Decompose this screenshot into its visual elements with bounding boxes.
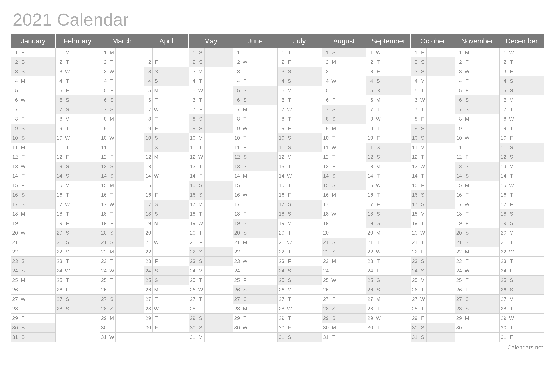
day-note-space	[204, 200, 233, 209]
day-of-week: M	[108, 114, 116, 124]
day-number: 8	[278, 114, 286, 124]
day-note-space	[427, 200, 455, 209]
day-of-week: W	[64, 266, 71, 276]
day-note-space	[427, 162, 455, 171]
day-number: 15	[100, 181, 108, 190]
day-of-week: W	[19, 162, 27, 171]
day-number: 12	[411, 152, 419, 162]
day-note-space	[116, 228, 144, 238]
day-of-week: T	[19, 171, 27, 181]
day-row: 28M	[233, 304, 278, 314]
day-row: 24S	[144, 266, 189, 276]
day-note-space	[427, 295, 455, 304]
day-note-space	[293, 57, 322, 67]
day-number: 24	[189, 266, 197, 276]
day-row: 8S	[322, 114, 366, 124]
day-number: 31	[411, 333, 419, 342]
day-number: 22	[11, 247, 19, 257]
day-number: 10	[56, 133, 64, 143]
day-number: 20	[455, 228, 463, 238]
day-row: 11W	[322, 143, 366, 152]
day-note-space	[204, 257, 233, 266]
day-note-space	[116, 190, 144, 200]
day-note-space	[382, 171, 411, 181]
day-number: 2	[56, 57, 64, 67]
day-note-space	[471, 57, 500, 67]
day-note-space	[382, 295, 411, 304]
day-number: 17	[233, 200, 241, 209]
day-number: 11	[322, 143, 330, 152]
day-row: 23M	[322, 257, 366, 266]
day-note-space	[27, 314, 56, 323]
day-note-space	[204, 114, 233, 124]
day-of-week: S	[197, 57, 204, 67]
day-row: 13M	[366, 162, 411, 171]
day-note-space	[71, 228, 100, 238]
day-of-week: T	[374, 257, 382, 266]
day-number: 31	[499, 333, 508, 342]
day-number: 30	[189, 323, 197, 333]
day-of-week: F	[153, 190, 160, 200]
day-note-space	[515, 219, 544, 228]
day-row: 18T	[455, 209, 500, 219]
day-of-week: W	[19, 228, 27, 238]
day-note-space	[249, 247, 278, 257]
day-of-week: S	[241, 162, 249, 171]
day-note-space	[160, 48, 189, 57]
day-of-week: F	[374, 266, 382, 276]
day-row: 26T	[322, 285, 366, 295]
day-number: 11	[455, 143, 463, 152]
day-of-week: S	[19, 333, 27, 342]
day-number: 25	[11, 276, 19, 285]
day-note-space	[427, 152, 455, 162]
day-row: 15S	[322, 181, 366, 190]
day-row: 10F	[366, 133, 411, 143]
day-number: 4	[499, 76, 508, 86]
day-row: 11S	[499, 143, 544, 152]
day-number: 29	[144, 314, 153, 323]
day-note-space	[427, 171, 455, 181]
day-number: 1	[56, 48, 64, 57]
day-number: 8	[100, 114, 108, 124]
day-note-space	[71, 133, 100, 143]
day-row: 21T	[366, 238, 411, 247]
day-row: 29F	[11, 314, 56, 323]
day-number: 25	[411, 276, 419, 285]
day-row: 28S	[56, 304, 100, 314]
day-note-space	[338, 304, 366, 314]
day-of-week: M	[508, 228, 515, 238]
day-of-week: W	[197, 219, 204, 228]
day-of-week: S	[64, 228, 71, 238]
day-row: 23T	[100, 257, 144, 266]
day-note-space	[471, 143, 500, 152]
day-note-space	[515, 143, 544, 152]
day-of-week: T	[508, 124, 515, 133]
day-number: 11	[411, 143, 419, 152]
day-note-space	[27, 152, 56, 162]
day-number: 16	[233, 190, 241, 200]
day-row: 17M	[189, 200, 233, 209]
day-of-week: M	[374, 162, 382, 171]
day-row: 16F	[278, 190, 322, 200]
day-note-space	[293, 162, 322, 171]
day-of-week: M	[286, 152, 293, 162]
day-number: 21	[189, 238, 197, 247]
day-row: 14T	[366, 171, 411, 181]
day-note-space	[160, 219, 189, 228]
day-number: 14	[100, 171, 108, 181]
day-number: 25	[366, 276, 374, 285]
day-number: 18	[322, 209, 330, 219]
day-row: 1W	[366, 48, 411, 57]
day-number: 18	[233, 209, 241, 219]
day-note-space	[116, 57, 144, 67]
day-of-week: T	[64, 76, 71, 86]
day-note-space	[293, 257, 322, 266]
month-header: March	[100, 34, 144, 48]
day-note-space	[338, 276, 366, 285]
day-of-week: F	[64, 219, 71, 228]
day-of-week: M	[64, 48, 71, 57]
month-column: February1M2T3W4T5F6S7S8M9T10W11T12F13S14…	[56, 34, 100, 342]
day-row: 25T	[189, 276, 233, 285]
day-note-space	[249, 76, 278, 86]
day-number: 17	[322, 200, 330, 209]
